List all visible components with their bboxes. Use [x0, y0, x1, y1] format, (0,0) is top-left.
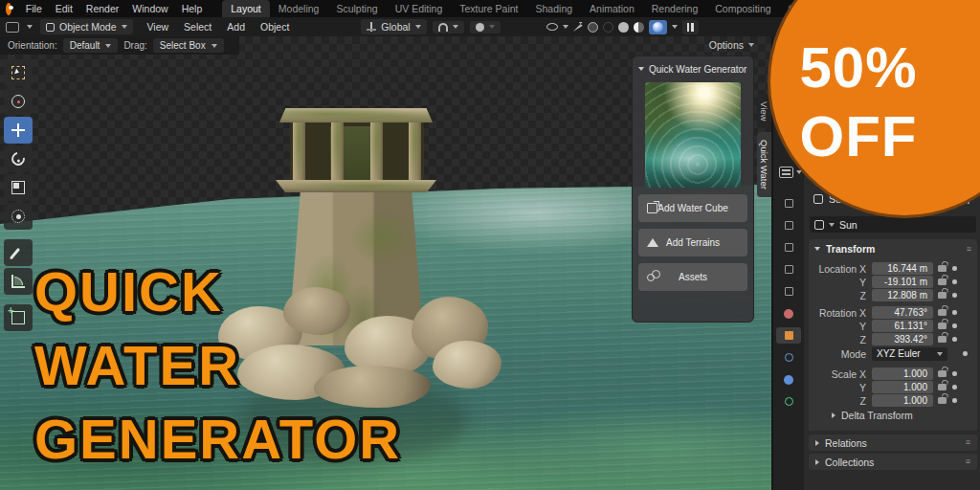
workspace-tab[interactable]: Rendering: [643, 0, 706, 17]
topbar-menu-item[interactable]: Window: [125, 1, 174, 16]
rotation-mode-dropdown[interactable]: XYZ Euler: [872, 347, 947, 361]
transform-tool[interactable]: [4, 203, 33, 230]
number-field[interactable]: -19.101 m: [872, 276, 933, 288]
measure-tool[interactable]: [4, 268, 33, 295]
workspace-tab[interactable]: Sculpting: [327, 0, 386, 17]
wireframe-shading-icon[interactable]: [603, 22, 613, 33]
collections-panel[interactable]: Collections ≡: [809, 454, 977, 470]
keyframe-dot-icon[interactable]: [963, 351, 968, 356]
lock-icon[interactable]: [938, 309, 947, 316]
panel-button[interactable]: Assets: [638, 263, 747, 291]
workspace-tab[interactable]: Compositing: [706, 0, 779, 17]
number-field[interactable]: 1.000: [872, 394, 933, 407]
sidebar-tab[interactable]: Quick Water: [757, 132, 771, 197]
workspace-tab[interactable]: Texture Paint: [451, 0, 526, 17]
move-tool[interactable]: [4, 117, 33, 144]
viewport-menu-item[interactable]: Add: [220, 19, 252, 34]
workspace-tab[interactable]: UV Editing: [387, 0, 452, 17]
number-field[interactable]: 61.131°: [872, 320, 933, 332]
keyframe-dot-icon[interactable]: [952, 371, 957, 376]
scene-tab[interactable]: [776, 283, 801, 300]
topbar-menu-item[interactable]: Help: [175, 1, 210, 16]
topbar-menu-item[interactable]: Edit: [49, 1, 79, 16]
topbar-menus: FileEditRenderWindowHelp: [19, 3, 209, 14]
transform-header[interactable]: Transform ≡: [809, 239, 977, 258]
number-field[interactable]: 393.42°: [872, 333, 933, 345]
number-field[interactable]: 47.763°: [872, 306, 933, 319]
orientation-dropdown[interactable]: Global: [361, 19, 426, 34]
add-cube-tool[interactable]: [4, 304, 33, 331]
workspace-tab[interactable]: Layout: [222, 0, 270, 17]
scale-tool[interactable]: [4, 174, 33, 201]
annotate-tool[interactable]: [4, 239, 33, 266]
rotate-tool[interactable]: [4, 145, 33, 172]
pause-button[interactable]: [682, 20, 699, 34]
lock-icon[interactable]: [938, 323, 947, 329]
snap-dropdown[interactable]: [433, 21, 464, 33]
keyframe-dot-icon[interactable]: [952, 293, 957, 298]
world-tab[interactable]: [776, 305, 801, 322]
topbar-menu-item[interactable]: File: [19, 1, 49, 16]
relations-panel[interactable]: Relations ≡: [809, 434, 977, 451]
keyframe-dot-icon[interactable]: [952, 266, 957, 271]
panel-header[interactable]: Quick Water Generator: [638, 61, 747, 77]
rendered-shading-active[interactable]: [649, 20, 667, 34]
lock-icon[interactable]: [938, 265, 947, 272]
number-field[interactable]: 1.000: [872, 381, 933, 393]
viewport-menu-item[interactable]: Object: [254, 19, 296, 34]
keyframe-dot-icon[interactable]: [952, 385, 957, 390]
tool-tab[interactable]: [776, 195, 801, 212]
hamburger-icon[interactable]: ≡: [966, 440, 970, 445]
object-tab[interactable]: [776, 327, 801, 344]
keyframe-dot-icon[interactable]: [952, 310, 957, 315]
overlays-icon[interactable]: [588, 22, 598, 33]
lock-icon[interactable]: [938, 397, 947, 404]
number-field[interactable]: 12.808 m: [872, 289, 933, 301]
viewport-menu-item[interactable]: View: [141, 19, 176, 34]
drag-value: Select Box: [160, 40, 206, 51]
rendered-shading-icon: [653, 22, 663, 33]
view-layer-tab[interactable]: [776, 261, 801, 278]
lock-icon[interactable]: [938, 292, 947, 299]
output-tab[interactable]: [776, 239, 801, 256]
workspace-tab[interactable]: Modeling: [270, 0, 328, 17]
keyframe-dot-icon[interactable]: [952, 337, 957, 342]
topbar-menu-item[interactable]: Render: [79, 1, 125, 16]
lock-icon[interactable]: [938, 384, 947, 390]
lock-icon[interactable]: [938, 336, 947, 343]
number-field[interactable]: 16.744 m: [872, 262, 933, 275]
proportional-editing-toggle[interactable]: [470, 21, 501, 33]
keyframe-dot-icon[interactable]: [952, 279, 957, 284]
render-tab[interactable]: [776, 217, 801, 234]
orientation-default-dropdown[interactable]: Default: [63, 38, 119, 53]
drag-dropdown[interactable]: Select Box: [153, 38, 224, 53]
number-field[interactable]: 1.000: [872, 368, 933, 380]
editor-type-icon[interactable]: [6, 22, 19, 33]
mode-dropdown[interactable]: Object Mode: [40, 19, 133, 34]
lock-icon[interactable]: [938, 370, 947, 377]
panel-button[interactable]: Add Terrains: [638, 229, 747, 256]
workspace-tab[interactable]: Shading: [527, 0, 582, 17]
panel-button[interactable]: Add Water Cube: [638, 194, 747, 222]
hamburger-icon[interactable]: ≡: [966, 459, 970, 464]
viewport-3d[interactable]: Orientation: Default Drag: Select Box Op…: [0, 36, 771, 490]
keyframe-dot-icon[interactable]: [952, 398, 957, 403]
visibility-eye-icon[interactable]: [546, 23, 558, 31]
solid-shading-icon[interactable]: [618, 22, 629, 33]
delta-transform-toggle[interactable]: Delta Transform: [832, 410, 913, 421]
keyframe-dot-icon[interactable]: [952, 323, 957, 328]
physics-tab[interactable]: [776, 371, 801, 388]
gizmo-icon[interactable]: [573, 22, 583, 32]
tweak-select-tool[interactable]: [4, 59, 33, 86]
viewport-menu-item[interactable]: Select: [177, 19, 218, 34]
workspace-tab[interactable]: Animation: [581, 0, 643, 17]
material-preview-icon[interactable]: [634, 22, 644, 33]
constraints-tab[interactable]: [776, 349, 801, 366]
lock-icon[interactable]: [938, 278, 947, 285]
cursor-tool[interactable]: [4, 88, 33, 115]
options-dropdown[interactable]: Options: [709, 39, 754, 51]
blender-logo-icon[interactable]: [6, 3, 11, 15]
hamburger-icon[interactable]: ≡: [967, 247, 971, 252]
object-name-field[interactable]: Sun: [810, 216, 976, 233]
object-data-tab[interactable]: [776, 393, 801, 410]
